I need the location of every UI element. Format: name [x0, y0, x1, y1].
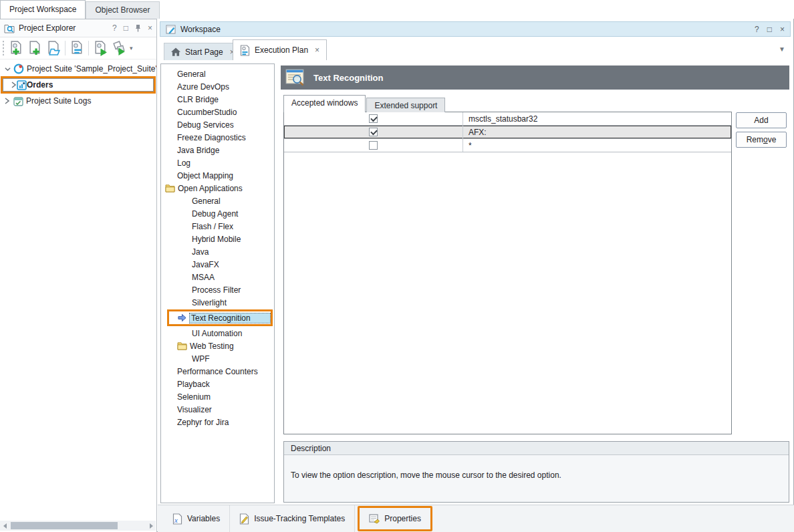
settings-nav-item[interactable]: Debug Services [161, 118, 274, 131]
settings-nav-item[interactable]: Java [161, 245, 274, 258]
chevron-down-icon[interactable] [3, 66, 12, 72]
scrollbar-track[interactable] [9, 521, 146, 531]
add-button[interactable]: Add [736, 112, 787, 128]
tab-accepted-windows[interactable]: Accepted windows [283, 95, 366, 112]
settings-nav-item[interactable]: Open Applications [161, 182, 274, 194]
tab-properties[interactable]: Properties [360, 508, 430, 529]
settings-nav-item[interactable]: CLR Bridge [161, 93, 274, 106]
settings-nav-item[interactable]: Playback [161, 378, 274, 390]
home-icon [171, 47, 180, 56]
help-icon[interactable]: ? [112, 23, 117, 33]
close-tab-icon[interactable]: × [315, 45, 319, 55]
panel-title: Workspace [180, 25, 755, 34]
variables-icon: x [172, 513, 182, 525]
maximize-icon[interactable]: □ [124, 23, 128, 33]
run-project-suite-button[interactable] [110, 39, 128, 57]
tree-item-project-suite[interactable]: Project Suite 'Sample_Project_Suite' (1 … [0, 62, 156, 76]
project-explorer-toolbar: ▾ [0, 37, 156, 59]
row-checkbox[interactable] [369, 114, 378, 123]
settings-nav-item[interactable]: Hybrid Mobile [161, 233, 274, 245]
row-checkbox[interactable] [369, 141, 378, 150]
tab-issue-tracking-templates[interactable]: Issue-Tracking Templates [230, 505, 354, 532]
settings-nav-item[interactable]: Azure DevOps [161, 80, 274, 93]
properties-icon [369, 513, 380, 524]
settings-nav-label: Java [192, 247, 209, 257]
settings-nav-item[interactable]: WPF [161, 352, 274, 365]
table-row[interactable]: msctls_statusbar32 [284, 112, 731, 126]
add-project-button[interactable] [25, 39, 44, 57]
settings-nav-label: Playback [177, 380, 210, 389]
settings-nav-item[interactable]: Log [161, 156, 274, 169]
toolbar-separator [65, 41, 65, 55]
tab-label: Issue-Tracking Templates [254, 514, 345, 523]
project-suite-icon [13, 63, 24, 74]
options-header: Text Recognition [281, 65, 789, 90]
tab-start-page[interactable]: Start Page × [164, 43, 242, 60]
settings-nav-label: Web Testing [190, 342, 234, 351]
chevron-right-icon[interactable] [3, 98, 12, 104]
scrollbar-thumb[interactable] [11, 522, 118, 529]
help-icon[interactable]: ? [755, 25, 759, 34]
toolbar-grip[interactable] [1, 41, 5, 55]
run-project-button[interactable] [91, 39, 110, 57]
settings-nav-item[interactable]: MSAA [161, 271, 274, 283]
tab-project-workspace[interactable]: Project Workspace [0, 0, 86, 19]
chevron-right-icon[interactable] [11, 82, 17, 88]
tab-object-browser[interactable]: Object Browser [86, 1, 159, 19]
settings-nav-label: Process Filter [192, 285, 241, 295]
settings-nav-item[interactable]: General [161, 194, 274, 207]
settings-nav-item[interactable]: UI Automation [161, 327, 274, 340]
settings-nav-item[interactable]: Zephyr for Jira [161, 416, 274, 428]
settings-nav-item[interactable]: Freeze Diagnostics [161, 131, 274, 144]
settings-nav-item[interactable]: Selenium [161, 390, 274, 403]
settings-nav-item[interactable]: CucumberStudio [161, 106, 274, 118]
table-row[interactable]: * [284, 139, 731, 152]
window-mask-value[interactable]: * [463, 139, 731, 152]
maximize-icon[interactable]: □ [767, 25, 772, 34]
tree-item-orders[interactable]: Orders [3, 78, 154, 92]
settings-nav-label: General [192, 196, 221, 206]
settings-nav-item[interactable]: Process Filter [161, 283, 274, 296]
window-mask-value[interactable]: msctls_statusbar32 [463, 112, 731, 125]
add-project-suite-button[interactable] [7, 39, 25, 57]
settings-nav-item[interactable]: Web Testing [161, 340, 274, 352]
scroll-right-arrow[interactable] [146, 521, 156, 531]
settings-nav-item[interactable]: Silverlight [161, 296, 274, 309]
window-mask-value[interactable]: AFX: [463, 126, 731, 138]
settings-nav-item[interactable]: Debug Agent [161, 207, 274, 220]
remove-button[interactable]: Remove [736, 132, 787, 148]
settings-nav-item[interactable]: Text Recognition [167, 309, 273, 326]
settings-nav-item[interactable]: Performance Counters [161, 365, 274, 378]
tab-label: Properties [384, 514, 421, 523]
close-icon[interactable]: × [780, 25, 785, 34]
description-panel: Description To view the option descripti… [283, 441, 789, 503]
horizontal-scrollbar[interactable] [0, 521, 156, 531]
settings-nav-item[interactable]: Visualizer [161, 403, 274, 416]
settings-nav-label: General [177, 70, 206, 79]
table-row[interactable]: AFX: [284, 126, 731, 139]
close-icon[interactable]: × [148, 23, 152, 33]
tab-variables[interactable]: x Variables [163, 505, 229, 532]
description-text: To view the option description, move the… [284, 455, 789, 480]
settings-nav-item[interactable]: Java Bridge [161, 144, 274, 156]
settings-nav-item[interactable]: Flash / Flex [161, 220, 274, 233]
logs-icon [13, 96, 23, 106]
tab-execution-plan[interactable]: Execution Plan × [233, 39, 327, 60]
settings-nav-item[interactable]: JavaFX [161, 258, 274, 271]
settings-nav-item[interactable]: Object Mapping [161, 169, 274, 182]
row-checkbox[interactable] [369, 128, 378, 136]
project-explorer-icon [4, 23, 15, 33]
pin-icon[interactable] [135, 24, 141, 32]
tab-extended-support[interactable]: Extended support [366, 98, 445, 112]
open-file-button[interactable] [44, 39, 63, 57]
options-title: Text Recognition [313, 73, 383, 83]
document-tab-strip: Start Page × Execution Plan × ▼ [160, 39, 791, 60]
tree-item-project-suite-logs[interactable]: Project Suite Logs [0, 94, 156, 108]
run-dropdown-caret[interactable]: ▾ [130, 45, 133, 51]
settings-nav-label: Visualizer [177, 405, 212, 414]
tab-overflow-dropdown-icon[interactable]: ▼ [779, 45, 785, 53]
scroll-left-arrow[interactable] [0, 521, 9, 531]
organize-tests-button[interactable] [68, 39, 86, 57]
folder-icon [177, 342, 187, 350]
settings-nav-item[interactable]: General [161, 68, 274, 80]
